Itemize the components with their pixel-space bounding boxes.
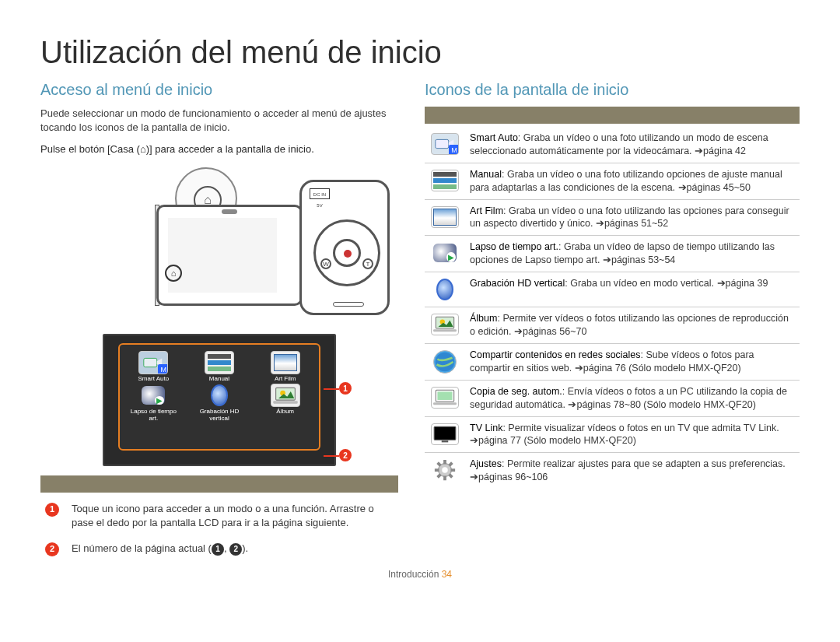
row-ref: ➔páginas 56~70 bbox=[514, 326, 586, 337]
svg-rect-4 bbox=[436, 139, 449, 148]
row-term: Manual bbox=[470, 169, 502, 180]
vertical-hd-icon bbox=[205, 384, 234, 407]
vertical-hd-icon bbox=[431, 279, 459, 300]
left-column: Acceso al menú de inicio Puede seleccion… bbox=[40, 81, 398, 563]
row-term: Lapso de tiempo art. bbox=[470, 241, 558, 252]
camcorder-lcd-screen bbox=[168, 218, 277, 293]
table-row: Compartir contenidos en redes sociales: … bbox=[425, 343, 800, 380]
legend-header-bar bbox=[40, 475, 398, 493]
legend-row: 1 Toque un icono para acceder a un modo … bbox=[40, 496, 398, 535]
legend-2-prefix: El número de la página actual ( bbox=[72, 542, 212, 554]
left-intro-text: Puede seleccionar un modo de funcionamie… bbox=[40, 107, 398, 134]
grid-art-film: Art Film bbox=[259, 351, 311, 382]
row-term: Smart Auto bbox=[470, 132, 518, 143]
step-prefix: Pulse el botón [Casa ( bbox=[40, 143, 140, 155]
home-glyph-inline: ⌂ bbox=[140, 143, 146, 155]
right-column: Iconos de la pantalla de inicio M Smart … bbox=[425, 81, 800, 563]
row-desc: : Permite visualizar vídeos o fotos en u… bbox=[502, 423, 779, 433]
home-screen-grid-area: M Smart Auto Manual Art Film Lapso bbox=[118, 343, 320, 451]
record-button bbox=[333, 239, 361, 267]
legend-badge-1: 1 bbox=[45, 503, 59, 517]
table-row: Ajustes: Permite realizar ajustes para q… bbox=[425, 453, 800, 489]
camcorder-lcd-panel: ⌂ bbox=[156, 205, 303, 306]
svg-point-23 bbox=[442, 468, 448, 474]
art-film-icon bbox=[431, 206, 459, 228]
svg-rect-0 bbox=[144, 358, 157, 367]
grid-label: Lapso de tiempo art. bbox=[128, 409, 180, 422]
smart-auto-icon: M bbox=[431, 133, 459, 155]
table-row: Art Film: Graba un vídeo o una foto util… bbox=[425, 199, 800, 236]
svg-rect-6 bbox=[433, 329, 457, 332]
callout-legend-table: 1 Toque un icono para acceder a un modo … bbox=[40, 496, 398, 563]
home-icon-grid: M Smart Auto Manual Art Film Lapso bbox=[128, 351, 311, 422]
legend-text: Toque un icono para acceder a un modo o … bbox=[67, 496, 398, 535]
row-term: Copia de seg. autom. bbox=[470, 386, 562, 397]
row-ref: ➔páginas 45~50 bbox=[678, 182, 751, 193]
step-suffix: )] para acceder a la pantalla de inicio. bbox=[146, 143, 314, 155]
row-desc: : Graba un vídeo en modo vertical. bbox=[565, 278, 716, 289]
row-term: Grabación HD vertical bbox=[470, 278, 565, 289]
album-icon bbox=[431, 314, 459, 335]
table-row: Copia de seg. autom.: Envía vídeos o fot… bbox=[425, 380, 800, 416]
legend-row: 2 El número de la página actual (1, 2). bbox=[40, 535, 398, 562]
svg-line-22 bbox=[450, 463, 453, 466]
camcorder-foot bbox=[333, 302, 364, 307]
row-ref: ➔páginas 51~52 bbox=[596, 218, 668, 229]
row-term: TV Link bbox=[470, 423, 502, 433]
row-term: Art Film bbox=[470, 205, 503, 216]
two-column-layout: Acceso al menú de inicio Puede seleccion… bbox=[40, 81, 800, 563]
callout-marker-2: 2 bbox=[339, 449, 352, 461]
grid-label: Álbum bbox=[259, 409, 311, 415]
social-share-icon bbox=[433, 350, 457, 374]
manual-icon bbox=[431, 170, 459, 191]
svg-line-19 bbox=[438, 463, 441, 466]
grid-album: Álbum bbox=[259, 384, 311, 422]
art-timelapse-icon bbox=[431, 242, 459, 264]
table-row: Álbum: Permite ver vídeos o fotos utiliz… bbox=[425, 307, 800, 344]
zoom-tele-label: T bbox=[362, 258, 373, 269]
settings-icon bbox=[431, 459, 459, 481]
row-ref: ➔páginas 78~80 (Sólo modelo HMX-QF20) bbox=[568, 399, 755, 410]
footer-page-number: 34 bbox=[442, 569, 452, 580]
row-desc: : Permite realizar ajustes para que se a… bbox=[502, 458, 786, 469]
page-title: Utilización del menú de inicio bbox=[40, 35, 800, 70]
art-film-icon bbox=[271, 351, 300, 374]
home-screen-preview: M Smart Auto Manual Art Film Lapso bbox=[103, 334, 336, 466]
table-row: M Smart Auto: Graba un vídeo o una foto … bbox=[425, 127, 800, 163]
row-term: Compartir contenidos en redes sociales bbox=[470, 349, 641, 360]
table-row: Grabación HD vertical: Graba un vídeo en… bbox=[425, 272, 800, 307]
row-ref: ➔página 77 (Sólo modelo HMX-QF20) bbox=[470, 435, 636, 446]
manual-icon bbox=[205, 351, 234, 374]
camcorder-sensor-bar bbox=[222, 209, 237, 214]
svg-rect-13 bbox=[442, 440, 449, 442]
svg-rect-11 bbox=[433, 402, 457, 405]
camcorder-home-button: ⌂ bbox=[165, 265, 182, 282]
row-term: Ajustes bbox=[470, 458, 502, 469]
auto-backup-icon bbox=[431, 387, 459, 409]
grid-label: Art Film bbox=[259, 376, 311, 382]
svg-rect-12 bbox=[434, 426, 456, 440]
art-timelapse-icon bbox=[138, 384, 168, 407]
album-icon bbox=[271, 384, 300, 407]
icon-table-header-bar bbox=[425, 107, 800, 124]
row-ref: ➔página 42 bbox=[695, 146, 746, 156]
tv-link-icon bbox=[431, 423, 459, 445]
legend-text: El número de la página actual (1, 2). bbox=[67, 535, 398, 562]
grid-label: Manual bbox=[194, 376, 246, 382]
row-ref: ➔página 39 bbox=[717, 278, 768, 289]
grid-smart-auto: M Smart Auto bbox=[128, 351, 180, 382]
grid-vertical-hd: Grabación HD vertical bbox=[194, 384, 246, 422]
camcorder-grip: DC IN 5V W T bbox=[299, 180, 390, 315]
legend-2-sep: , bbox=[224, 542, 229, 554]
row-ref: ➔páginas 96~106 bbox=[470, 472, 548, 482]
dc-in-port-label: DC IN 5V bbox=[310, 188, 330, 199]
left-heading: Acceso al menú de inicio bbox=[40, 81, 398, 99]
grid-label: Smart Auto bbox=[128, 376, 180, 382]
grid-manual: Manual bbox=[194, 351, 246, 382]
zoom-wide-label: W bbox=[320, 258, 331, 269]
right-heading: Iconos de la pantalla de inicio bbox=[425, 81, 800, 99]
table-row: Manual: Graba un vídeo o una foto utiliz… bbox=[425, 163, 800, 199]
svg-line-20 bbox=[450, 475, 453, 478]
step-instruction: Pulse el botón [Casa (⌂)] para acceder a… bbox=[40, 143, 398, 155]
row-ref: ➔página 76 (Sólo modelo HMX-QF20) bbox=[575, 363, 741, 374]
